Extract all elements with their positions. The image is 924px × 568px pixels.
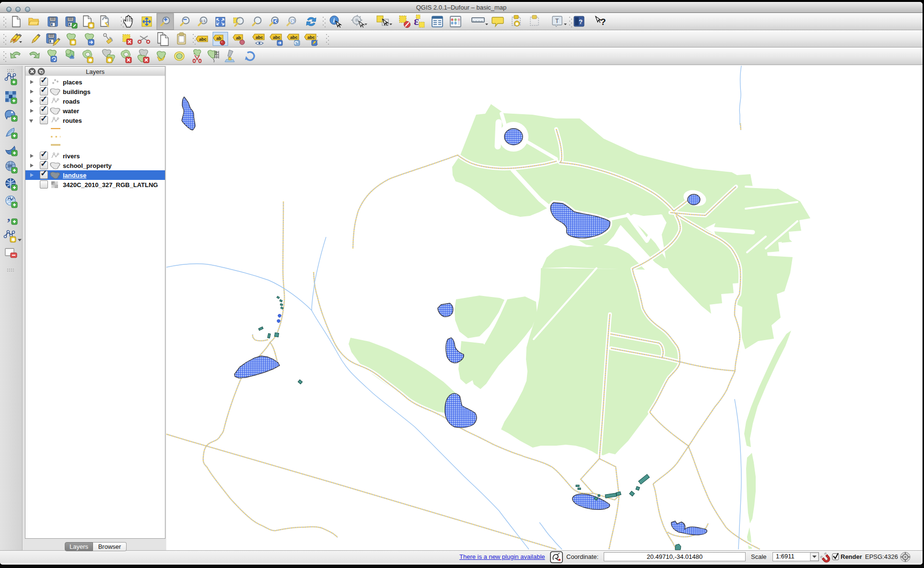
svg-text:,: , xyxy=(7,210,11,224)
svg-text:✱: ✱ xyxy=(71,40,76,45)
svg-text:?: ? xyxy=(600,17,606,27)
svg-text:✱: ✱ xyxy=(12,237,16,242)
svg-text:?: ? xyxy=(579,18,583,25)
svg-text:✱: ✱ xyxy=(108,58,112,63)
svg-text:OR: OR xyxy=(8,165,12,167)
svg-text:1:1: 1:1 xyxy=(201,19,206,23)
svg-text:✱: ✱ xyxy=(515,22,519,26)
svg-text:✱: ✱ xyxy=(89,58,93,63)
svg-text:✱: ✱ xyxy=(89,23,94,28)
svg-text:T: T xyxy=(555,18,559,24)
